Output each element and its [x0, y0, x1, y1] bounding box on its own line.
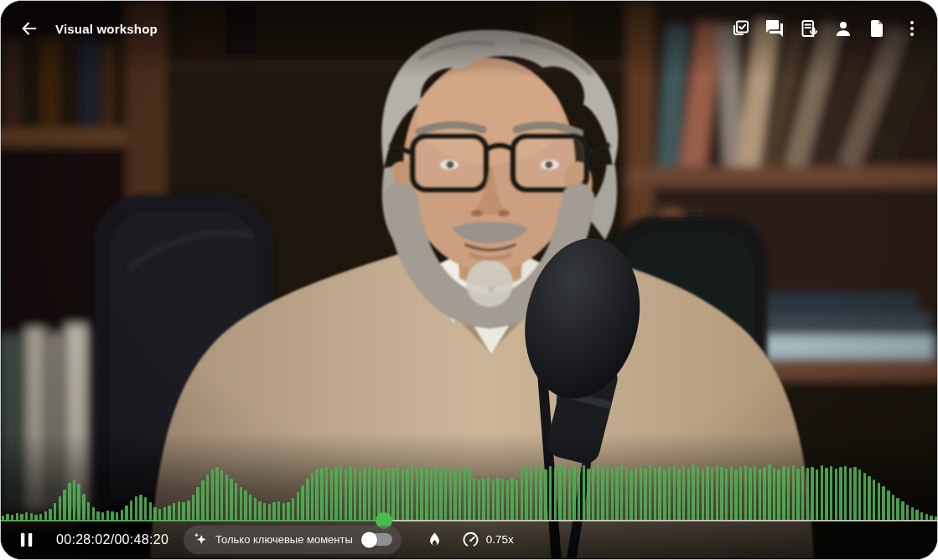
waveform-bar	[587, 469, 589, 520]
waveform-bar	[73, 480, 75, 520]
waveform-bar	[230, 479, 232, 520]
waveform-bar	[754, 466, 756, 520]
waveform-bar	[658, 466, 661, 520]
waveform-bar	[725, 469, 728, 520]
waveform-bar	[444, 466, 447, 520]
waveform-bar	[896, 498, 899, 520]
page-title: Visual workshop	[55, 22, 158, 36]
header-bar: Visual workshop	[1, 1, 937, 56]
waveform-bar	[334, 467, 337, 520]
back-button[interactable]	[18, 17, 41, 40]
waveform-bar	[806, 468, 809, 520]
waveform-bar	[573, 466, 575, 520]
waveform-bar	[863, 473, 866, 520]
waveform-bar	[677, 469, 680, 520]
pause-button[interactable]	[19, 531, 34, 548]
waveform-bar	[77, 484, 80, 520]
waveform-bar	[720, 467, 723, 520]
waveform-bar	[339, 465, 342, 520]
video-player-window: Visual workshop	[0, 0, 938, 560]
transcript-mic-icon	[799, 18, 819, 39]
waveform-bar	[192, 495, 194, 520]
waveform-bar	[496, 478, 499, 520]
waveform-bar	[630, 469, 632, 520]
waveform-bar	[578, 468, 580, 520]
waveform-bar	[196, 487, 199, 520]
waveform-bar	[439, 469, 442, 520]
waveform-bar	[482, 479, 485, 520]
waveform-bar	[730, 466, 733, 520]
waveform-bar	[301, 485, 303, 520]
key-moments-pill[interactable]: Только ключевые моменты	[184, 526, 402, 554]
waveform-bar	[858, 469, 861, 520]
waveform-bar	[182, 502, 184, 520]
waveform-bar	[220, 470, 223, 520]
waveform-bar	[44, 511, 47, 520]
waveform-bar	[773, 468, 775, 520]
waveform-bar	[749, 468, 751, 520]
waveform-bar	[373, 468, 376, 520]
flame-icon	[427, 531, 443, 548]
waveform-bar	[801, 466, 804, 520]
more-options-button[interactable]	[902, 18, 922, 39]
highlights-button[interactable]	[427, 531, 443, 549]
waveform-bar	[297, 492, 299, 520]
key-moments-toggle[interactable]	[362, 533, 392, 546]
waveform-bar	[625, 468, 628, 520]
pause-icon	[20, 532, 34, 547]
person-icon	[833, 18, 853, 39]
waveform-bar	[68, 483, 70, 520]
waveform-bar	[287, 502, 289, 520]
waveform-bar	[168, 506, 170, 520]
waveform-bar	[549, 466, 552, 520]
document-icon	[868, 18, 888, 39]
checklist-button[interactable]	[730, 18, 750, 39]
waveform-bar	[673, 465, 676, 520]
waveform-bar	[391, 469, 394, 520]
arrow-left-icon	[20, 19, 39, 38]
chat-button[interactable]	[764, 18, 785, 39]
waveform-bar	[139, 495, 142, 520]
waveform-bar	[87, 502, 90, 520]
playback-speed-button[interactable]: 0.75x	[462, 531, 514, 548]
waveform-bar	[506, 480, 509, 520]
waveform-bar	[759, 469, 761, 520]
waveform-bar	[49, 509, 51, 520]
waveform-bar	[111, 511, 113, 520]
waveform-bar	[240, 487, 242, 520]
kebab-menu-icon	[902, 18, 922, 39]
waveform-bar	[716, 465, 718, 520]
waveform-bar	[849, 468, 852, 520]
waveform-bar	[254, 498, 257, 520]
waveform-bar	[615, 467, 618, 520]
waveform-bar	[487, 477, 490, 520]
document-button[interactable]	[868, 18, 888, 39]
waveform-bar	[611, 469, 614, 520]
waveform-bar	[402, 469, 404, 520]
audio-waveform[interactable]	[1, 461, 937, 520]
chat-bubbles-icon	[764, 18, 785, 39]
waveform-bar	[464, 467, 466, 520]
waveform-bar	[187, 500, 189, 520]
waveform-bar	[606, 466, 609, 520]
waveform-bar	[425, 468, 428, 520]
transcript-button[interactable]	[799, 18, 819, 39]
waveform-bar	[901, 501, 904, 520]
waveform-bar	[59, 496, 61, 520]
waveform-bar	[744, 465, 747, 520]
waveform-bar	[82, 494, 85, 520]
waveform-bar	[811, 467, 813, 520]
waveform-bar	[544, 469, 547, 520]
waveform-bar	[510, 478, 513, 520]
participants-button[interactable]	[833, 18, 853, 39]
waveform-bar	[663, 469, 666, 520]
waveform-bar	[92, 507, 95, 520]
waveform-bar	[459, 468, 461, 520]
waveform-bar	[521, 468, 523, 520]
playback-speed-label: 0.75x	[486, 533, 514, 546]
waveform-bar	[178, 501, 180, 520]
waveform-bar	[6, 514, 8, 520]
waveform-bar	[640, 467, 642, 520]
waveform-bar	[54, 503, 56, 520]
waveform-bar	[702, 469, 704, 520]
